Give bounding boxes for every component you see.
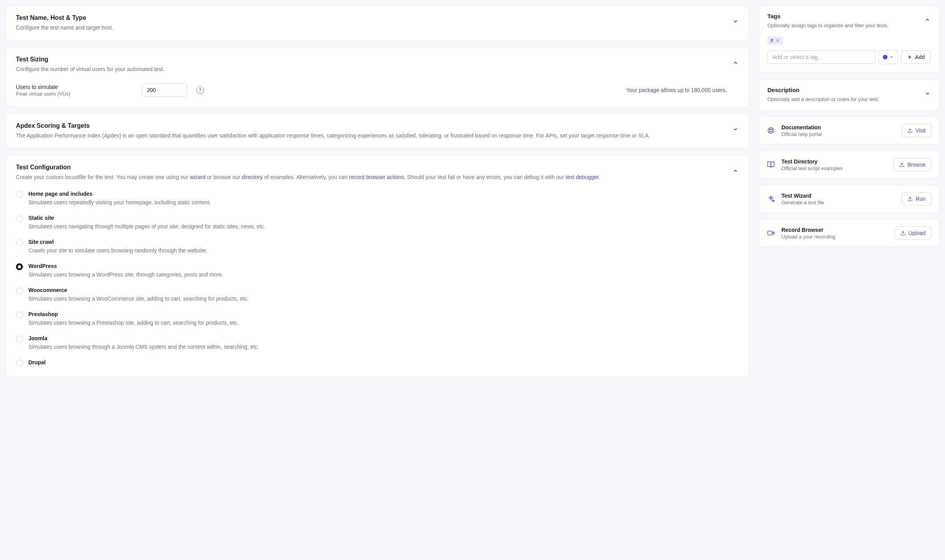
tag-label: lf [771, 38, 773, 43]
config-option[interactable]: Site crawlCrawls your site to simulate u… [16, 239, 739, 254]
package-limit-note: Your package allows up to 180,000 users. [626, 87, 739, 93]
chevron-up-icon[interactable] [924, 17, 931, 23]
chevron-down-icon[interactable] [732, 18, 739, 24]
option-title: Drupal [28, 359, 45, 365]
record-link[interactable]: record browser actions [349, 174, 404, 180]
section-title: Test Name, Host & Type [16, 14, 726, 21]
config-option[interactable]: WordPressSimulates users browsing a Word… [16, 263, 739, 278]
users-input[interactable] [142, 83, 187, 97]
svg-line-6 [769, 132, 770, 133]
debugger-link[interactable]: test debugger [566, 174, 599, 180]
config-option[interactable]: Static siteSimulates users navigating th… [16, 215, 739, 230]
sparkle-icon [767, 195, 775, 203]
action-title: Record Browser [781, 227, 888, 233]
action-button[interactable]: Upload [894, 226, 931, 240]
action-card: Record BrowserUpload a your recordingUpl… [758, 219, 940, 247]
radio-icon[interactable] [16, 239, 23, 246]
radio-icon[interactable] [16, 191, 23, 198]
section-subtitle: Configure the number of virtual users fo… [16, 65, 726, 73]
action-subtitle: Generate a test file [781, 200, 895, 205]
section-subtitle: Configure the test name and target host. [16, 24, 726, 32]
sidebar-description: Description Optionally add a description… [758, 79, 940, 111]
chevron-up-icon[interactable] [732, 168, 739, 174]
option-title: Home page and includes [28, 191, 211, 197]
sidebar-tags: Tags Optionally assign tags to organize … [758, 5, 940, 73]
action-title: Test Directory [781, 158, 887, 165]
action-button[interactable]: Visit [901, 124, 931, 137]
section-subtitle: The Application Performance Index (Apdex… [16, 132, 726, 140]
svg-marker-12 [772, 232, 774, 235]
radio-icon[interactable] [16, 263, 23, 270]
wizard-link[interactable]: wizard [190, 174, 205, 180]
svg-line-7 [772, 132, 773, 133]
radio-icon[interactable] [16, 215, 23, 222]
option-title: Prestashop [28, 311, 239, 317]
description-subtitle: Optionally add a description or notes fo… [767, 96, 918, 103]
action-button[interactable]: Browse [893, 158, 931, 171]
config-option[interactable]: Home page and includesSimulates users re… [16, 191, 739, 205]
directory-link[interactable]: directory [242, 174, 263, 180]
action-card: DocumentationOfficial help portalVisit [758, 117, 940, 144]
section-test-sizing: Test Sizing Configure the number of virt… [5, 47, 749, 107]
option-title: Static site [28, 215, 265, 221]
option-description: Simulates users browsing a WordPress sit… [28, 271, 223, 278]
tag-chip[interactable]: lf ✕ [767, 37, 783, 45]
tags-title: Tags [767, 13, 918, 19]
config-option[interactable]: JoomlaSimulates users browsing through a… [16, 335, 739, 350]
config-options-list: Home page and includesSimulates users re… [16, 191, 739, 367]
help-icon[interactable]: ? [196, 86, 204, 94]
action-card: Test WizardGenerate a test fileRun [758, 185, 940, 213]
action-button[interactable]: Run [901, 192, 931, 205]
section-title: Test Sizing [16, 56, 726, 63]
tag-color-picker[interactable] [879, 50, 898, 64]
action-subtitle: Official help portal [781, 131, 895, 137]
section-subtitle: Create your custom locustfile for the te… [16, 173, 726, 181]
action-title: Documentation [781, 124, 895, 130]
config-option[interactable]: PrestashopSimulates users browsing a Pre… [16, 311, 739, 326]
option-title: Joomla [28, 335, 259, 341]
tags-subtitle: Optionally assign tags to organize and f… [767, 22, 918, 30]
remove-tag-icon[interactable]: ✕ [776, 38, 780, 43]
section-title: Test Configuration [16, 164, 726, 171]
option-description: Simulates users repeatedly visiting your… [28, 199, 211, 205]
option-description: Crawls your site to simulate users brows… [28, 247, 207, 254]
action-title: Test Wizard [781, 193, 895, 199]
config-option[interactable]: Drupal [16, 359, 739, 367]
option-description: Simulates users navigating through multi… [28, 223, 265, 230]
radio-icon[interactable] [16, 311, 23, 318]
section-test-configuration: Test Configuration Create your custom lo… [5, 155, 749, 377]
option-description: Simulates users browsing a Prestashop si… [28, 320, 239, 326]
radio-icon[interactable] [16, 336, 23, 343]
life-ring-icon [767, 126, 775, 135]
chevron-up-icon[interactable] [732, 60, 739, 66]
svg-line-4 [769, 129, 770, 130]
book-icon [767, 160, 775, 169]
color-dot-icon [883, 55, 887, 59]
radio-icon[interactable] [16, 287, 23, 294]
action-subtitle: Upload a your recording [781, 234, 888, 240]
package-link[interactable]: package [639, 87, 659, 93]
add-tag-button[interactable]: Add [901, 50, 931, 64]
section-name-host-type: Test Name, Host & Type Configure the tes… [5, 5, 749, 41]
chevron-down-icon[interactable] [924, 90, 931, 97]
peak-vus-hint: Peak virtual users (VUs) [16, 91, 133, 97]
svg-rect-11 [768, 231, 772, 235]
option-title: WordPress [28, 263, 223, 269]
sidebar: Tags Optionally assign tags to organize … [758, 5, 940, 377]
section-title: Apdex Scoring & Targets [16, 122, 726, 129]
option-title: Woocommerce [28, 287, 249, 293]
tag-input[interactable] [767, 50, 875, 64]
main-column: Test Name, Host & Type Configure the tes… [5, 5, 749, 377]
svg-point-3 [770, 129, 772, 132]
config-option[interactable]: WoocommerceSimulates users browsing a Wo… [16, 287, 739, 302]
users-to-simulate-label: Users to simulate [16, 84, 133, 90]
radio-icon[interactable] [16, 360, 23, 367]
option-description: Simulates users browsing a WooCommerce s… [28, 296, 249, 302]
option-description: Simulates users browsing through a Jooml… [28, 344, 259, 350]
description-title: Description [767, 87, 918, 93]
action-cards-list: DocumentationOfficial help portalVisitTe… [758, 117, 940, 247]
section-apdex: Apdex Scoring & Targets The Application … [5, 113, 749, 149]
action-card: Test DirectoryOfficial test script examp… [758, 151, 940, 179]
action-subtitle: Official test script examples [781, 165, 887, 171]
chevron-down-icon[interactable] [732, 126, 739, 132]
